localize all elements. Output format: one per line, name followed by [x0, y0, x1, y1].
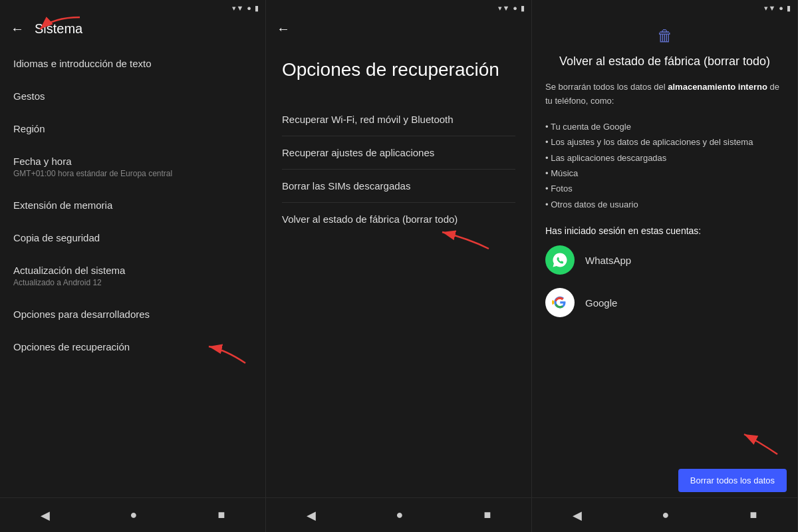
- option-sims[interactable]: Borrar las SIMs descargadas: [282, 170, 515, 203]
- battery-icon-2: ▮: [521, 4, 525, 13]
- menu-item-memoria[interactable]: Extensión de memoria: [0, 189, 265, 221]
- nav-recents-3[interactable]: ■: [737, 503, 771, 527]
- menu-item-fecha[interactable]: Fecha y hora GMT+01:00 hora estándar de …: [0, 145, 265, 189]
- google-icon: [545, 288, 575, 317]
- bottom-nav-1: ◀ ● ■: [0, 497, 265, 532]
- bullet-apps: • Las aplicaciones descargadas: [545, 150, 784, 166]
- recovery-title: Opciones de recuperación: [282, 58, 515, 82]
- bottom-nav-3: ◀ ● ■: [532, 497, 797, 532]
- panel-sistema: ▾▼ ● ▮ ← Sistema Idiomas e introducción …: [0, 0, 266, 532]
- wifi-icon-1: ●: [247, 4, 251, 12]
- back-button-1[interactable]: ←: [11, 21, 24, 37]
- red-arrow-fabrica: [429, 222, 495, 255]
- battery-icon-3: ▮: [787, 4, 791, 13]
- option-fabrica[interactable]: Volver al estado de fábrica (borrar todo…: [282, 203, 515, 235]
- whatsapp-icon: [545, 245, 575, 275]
- back-button-2[interactable]: ←: [277, 21, 290, 37]
- menu-item-region[interactable]: Región: [0, 112, 265, 145]
- nav-home-3[interactable]: ●: [649, 503, 683, 527]
- account-whatsapp: WhatsApp: [545, 245, 784, 275]
- signal-icon-3: ▾▼: [764, 4, 775, 13]
- nav-home-1[interactable]: ●: [117, 503, 151, 527]
- panel-fabrica: ▾▼ ● ▮ 🗑 Volver al estado de fábrica (bo…: [532, 0, 798, 532]
- panel2-content: Opciones de recuperación Recuperar Wi-Fi…: [266, 45, 531, 497]
- bottom-nav-2: ◀ ● ■: [266, 497, 531, 532]
- factory-desc: Se borrarán todos los datos del almacena…: [545, 80, 784, 108]
- wifi-icon-3: ●: [779, 4, 783, 12]
- menu-item-idiomas[interactable]: Idiomas e introducción de texto: [0, 47, 265, 80]
- status-bar-3: ▾▼ ● ▮: [532, 0, 797, 16]
- panel3-content: 🗑 Volver al estado de fábrica (borrar to…: [532, 16, 797, 462]
- account-google: Google: [545, 288, 784, 317]
- top-bar-2: ←: [266, 16, 531, 45]
- bullet-list: • Tu cuenta de Google • Los ajustes y lo…: [545, 119, 784, 212]
- status-bar-1: ▾▼ ● ▮: [0, 0, 265, 16]
- borrar-datos-button[interactable]: Borrar todos los datos: [678, 469, 787, 492]
- bottom-action: Borrar todos los datos: [532, 462, 797, 497]
- trash-icon-container: 🗑: [545, 27, 784, 45]
- bullet-fotos: • Fotos: [545, 181, 784, 196]
- menu-item-desarrolladores[interactable]: Opciones para desarrolladores: [0, 298, 265, 331]
- signal-icon-2: ▾▼: [498, 4, 509, 13]
- status-bar-2: ▾▼ ● ▮: [266, 0, 531, 16]
- nav-back-2[interactable]: ◀: [293, 503, 329, 528]
- menu-item-gestos[interactable]: Gestos: [0, 80, 265, 112]
- nav-back-1[interactable]: ◀: [27, 503, 63, 528]
- factory-reset-title: Volver al estado de fábrica (borrar todo…: [545, 53, 784, 70]
- nav-recents-2[interactable]: ■: [471, 503, 505, 527]
- menu-item-actualizacion[interactable]: Actualización del sistema Actualizado a …: [0, 254, 265, 298]
- panel-recuperacion: ▾▼ ● ▮ ← Opciones de recuperación Recupe…: [266, 0, 532, 532]
- whatsapp-name: WhatsApp: [585, 255, 631, 266]
- bullet-ajustes: • Los ajustes y los datos de aplicacione…: [545, 134, 784, 150]
- signal-icon-1: ▾▼: [232, 4, 243, 13]
- nav-home-2[interactable]: ●: [383, 503, 417, 527]
- bullet-datos: • Otros datos de usuario: [545, 197, 784, 212]
- google-name: Google: [585, 297, 617, 309]
- option-wifi[interactable]: Recuperar Wi-Fi, red móvil y Bluetooth: [282, 103, 515, 136]
- wifi-icon-2: ●: [513, 4, 517, 12]
- menu-item-recuperacion[interactable]: Opciones de recuperación: [0, 331, 265, 363]
- menu-item-copia[interactable]: Copia de seguridad: [0, 221, 265, 254]
- menu-list-1: Idiomas e introducción de texto Gestos R…: [0, 45, 265, 497]
- top-bar-1: ← Sistema: [0, 16, 265, 45]
- sessions-title: Has iniciado sesión en estas cuentas:: [545, 225, 784, 236]
- page-title-1: Sistema: [35, 21, 82, 37]
- nav-recents-1[interactable]: ■: [205, 503, 239, 527]
- option-ajustes[interactable]: Recuperar ajustes de aplicaciones: [282, 136, 515, 170]
- battery-icon-1: ▮: [255, 4, 259, 13]
- bullet-musica: • Música: [545, 166, 784, 181]
- nav-back-3[interactable]: ◀: [559, 503, 595, 528]
- trash-icon: 🗑: [657, 27, 673, 45]
- bullet-google: • Tu cuenta de Google: [545, 119, 784, 134]
